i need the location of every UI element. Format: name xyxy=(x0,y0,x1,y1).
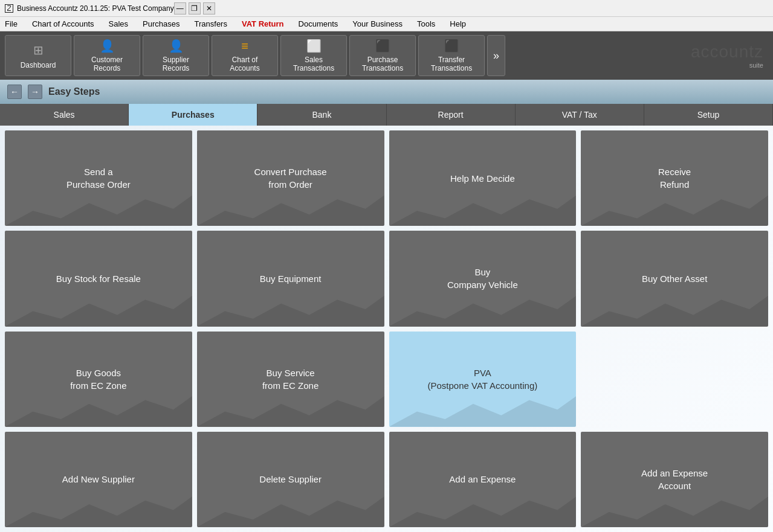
card-label-buy-goods-from-ec-zone: Buy Goods from EC Zone xyxy=(70,367,126,392)
card-label-buy-stock-for-resale: Buy Stock for Resale xyxy=(56,272,141,285)
tab-setup[interactable]: Setup xyxy=(644,104,773,126)
customer-records-label: Customer Records xyxy=(91,56,123,72)
menu-bar: FileChart of AccountsSalesPurchasesTrans… xyxy=(0,17,773,31)
cards-grid: Send a Purchase OrderConvert Purchase fr… xyxy=(0,126,773,532)
dashboard-icon: ⊞ xyxy=(30,42,47,59)
easy-steps-bar: ← → Easy Steps xyxy=(0,80,773,104)
sales-transactions-label: Sales Transactions xyxy=(293,56,334,72)
card-label-add-new-supplier: Add New Supplier xyxy=(62,473,135,486)
card-pva[interactable]: PVA (Postpone VAT Accounting) xyxy=(389,332,577,427)
card-buy-company-vehicle[interactable]: Buy Company Vehicle xyxy=(389,231,577,326)
menu-item-your-business[interactable]: Your Business xyxy=(350,18,405,30)
toolbar-btn-supplier-records[interactable]: 👤Supplier Records xyxy=(143,35,209,76)
window-controls: — ❐ ✕ xyxy=(174,2,215,14)
card-buy-stock-for-resale[interactable]: Buy Stock for Resale xyxy=(5,231,192,326)
logo-suite: suite xyxy=(749,62,763,69)
back-arrow[interactable]: ← xyxy=(7,85,22,99)
logo-text: accountz xyxy=(691,42,763,62)
menu-item-chart-of-accounts[interactable]: Chart of Accounts xyxy=(30,18,97,30)
card-buy-service-from-ec-zone[interactable]: Buy Service from EC Zone xyxy=(197,332,384,427)
minimize-button[interactable]: — xyxy=(174,2,186,14)
more-button[interactable]: » xyxy=(487,35,505,76)
card-label-buy-service-from-ec-zone: Buy Service from EC Zone xyxy=(262,367,319,392)
restore-button[interactable]: ❐ xyxy=(189,2,201,14)
toolbar-btn-dashboard[interactable]: ⊞Dashboard xyxy=(5,35,71,76)
chart-of-accounts-icon: ≡ xyxy=(236,39,253,53)
forward-arrow[interactable]: → xyxy=(28,85,42,99)
card-label-add-expense-account: Add an Expense Account xyxy=(641,467,708,492)
chart-of-accounts-label: Chart of Accounts xyxy=(230,56,259,72)
easy-steps-label: Easy Steps xyxy=(48,86,100,97)
logo-area: accountz suite xyxy=(691,42,768,69)
toolbar-btn-transfer-transactions[interactable]: ⬛Transfer Transactions xyxy=(418,35,485,76)
dashboard-label: Dashboard xyxy=(21,61,56,69)
title-text: Business Accountz 20.11.25: PVA Test Com… xyxy=(17,4,174,13)
card-buy-equipment[interactable]: Buy Equipment xyxy=(197,231,384,326)
card-buy-goods-from-ec-zone[interactable]: Buy Goods from EC Zone xyxy=(5,332,192,427)
menu-item-purchases[interactable]: Purchases xyxy=(140,18,182,30)
purchase-transactions-icon: ⬛ xyxy=(374,39,391,53)
title-bar: 🅉 Business Accountz 20.11.25: PVA Test C… xyxy=(0,0,773,17)
close-button[interactable]: ✕ xyxy=(203,2,215,14)
app-icon: 🅉 xyxy=(5,4,13,13)
card-label-buy-other-asset: Buy Other Asset xyxy=(642,272,707,285)
tab-vat-tax[interactable]: VAT / Tax xyxy=(516,104,644,126)
card-send-purchase-order[interactable]: Send a Purchase Order xyxy=(5,130,192,226)
tab-bar: SalesPurchasesBankReportVAT / TaxSetup xyxy=(0,104,773,126)
card-label-buy-equipment: Buy Equipment xyxy=(260,272,322,285)
tab-report[interactable]: Report xyxy=(387,104,516,126)
card-label-delete-supplier: Delete Supplier xyxy=(259,473,322,486)
card-add-an-expense[interactable]: Add an Expense xyxy=(389,432,577,527)
card-buy-other-asset[interactable]: Buy Other Asset xyxy=(581,231,768,326)
card-delete-supplier[interactable]: Delete Supplier xyxy=(197,432,384,527)
card-label-help-me-decide: Help Me Decide xyxy=(450,172,515,185)
menu-item-tools[interactable]: Tools xyxy=(415,18,438,30)
toolbar-btn-chart-of-accounts[interactable]: ≡Chart of Accounts xyxy=(212,35,278,76)
card-help-me-decide[interactable]: Help Me Decide xyxy=(389,130,577,226)
tab-purchases[interactable]: Purchases xyxy=(129,104,257,126)
customer-records-icon: 👤 xyxy=(99,39,115,53)
tab-sales[interactable]: Sales xyxy=(0,104,129,126)
menu-item-transfers[interactable]: Transfers xyxy=(192,18,230,30)
toolbar-btn-customer-records[interactable]: 👤Customer Records xyxy=(74,35,140,76)
toolbar-btn-sales-transactions[interactable]: ⬜Sales Transactions xyxy=(280,35,347,76)
card-empty-1[interactable] xyxy=(581,332,768,427)
card-label-receive-refund: Receive Refund xyxy=(658,165,691,191)
card-label-convert-purchase-from-order: Convert Purchase from Order xyxy=(254,165,327,191)
supplier-records-label: Supplier Records xyxy=(163,56,190,72)
card-label-pva: PVA (Postpone VAT Accounting) xyxy=(427,367,537,392)
card-label-buy-company-vehicle: Buy Company Vehicle xyxy=(447,266,518,291)
transfer-transactions-icon: ⬛ xyxy=(443,39,460,53)
card-add-expense-account[interactable]: Add an Expense Account xyxy=(581,432,768,527)
supplier-records-icon: 👤 xyxy=(167,39,184,53)
transfer-transactions-label: Transfer Transactions xyxy=(431,56,472,72)
toolbar-btn-purchase-transactions[interactable]: ⬛Purchase Transactions xyxy=(349,35,416,76)
menu-item-documents[interactable]: Documents xyxy=(296,18,341,30)
card-label-add-an-expense: Add an Expense xyxy=(449,473,516,486)
card-convert-purchase-from-order[interactable]: Convert Purchase from Order xyxy=(197,130,384,226)
card-receive-refund[interactable]: Receive Refund xyxy=(581,130,768,226)
purchase-transactions-label: Purchase Transactions xyxy=(362,56,403,72)
menu-item-file[interactable]: File xyxy=(2,18,20,30)
menu-item-sales[interactable]: Sales xyxy=(106,18,131,30)
card-add-new-supplier[interactable]: Add New Supplier xyxy=(5,432,192,527)
tab-bank[interactable]: Bank xyxy=(257,104,386,126)
menu-item-help[interactable]: Help xyxy=(447,18,468,30)
sales-transactions-icon: ⬜ xyxy=(305,39,322,53)
toolbar: ⊞Dashboard👤Customer Records👤Supplier Rec… xyxy=(0,31,773,80)
menu-item-vat-return[interactable]: VAT Return xyxy=(239,18,286,30)
card-label-send-purchase-order: Send a Purchase Order xyxy=(66,165,131,191)
main-content: Send a Purchase OrderConvert Purchase fr… xyxy=(0,126,773,532)
